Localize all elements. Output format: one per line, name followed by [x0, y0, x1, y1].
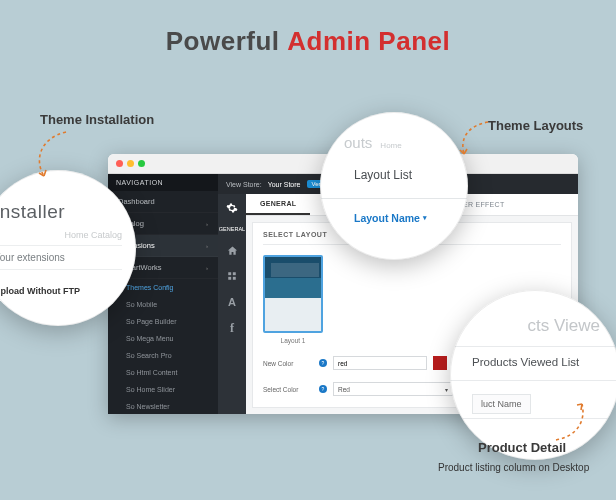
headline-accent: Admin Panel [287, 26, 450, 56]
nav-sub-so-mobile[interactable]: So Mobile [108, 296, 218, 313]
lens-install-faint: Home Catalog [64, 230, 122, 240]
svg-rect-0 [228, 272, 231, 275]
layout-thumbnail-label: Layout 1 [263, 337, 323, 344]
lens-layouts-crumb: outsHome [344, 134, 402, 151]
layout-thumbnail[interactable] [263, 255, 323, 333]
svg-rect-2 [228, 277, 231, 280]
nav-sub-so-html-content[interactable]: So Html Content [108, 364, 218, 381]
lens-layouts-link[interactable]: Layout Name▾ [354, 212, 427, 224]
font-icon[interactable]: A [224, 294, 240, 310]
help-icon[interactable]: ? [319, 359, 327, 367]
lens-product-detail: cts Viewe Products Viewed List luct Name [450, 290, 616, 460]
select-color-dropdown[interactable]: Red ▾ [333, 382, 453, 396]
facebook-icon[interactable]: f [224, 320, 240, 336]
callout-detail-title: Product Detail [478, 440, 566, 455]
lens-install-row3: Upload Without FTP [0, 286, 122, 296]
minimize-dot[interactable] [127, 160, 134, 167]
new-color-input[interactable] [333, 356, 427, 370]
callout-layouts: Theme Layouts [488, 118, 583, 133]
new-color-label: New Color [263, 360, 313, 367]
lens-install-title: Installer [0, 201, 122, 223]
nav-sub-so-search-pro[interactable]: So Search Pro [108, 347, 218, 364]
close-dot[interactable] [116, 160, 123, 167]
home-icon[interactable] [224, 242, 240, 258]
nav-item-label: Dashboard [118, 197, 155, 206]
color-swatch[interactable] [433, 356, 447, 370]
lens-theme-layouts: outsHome Layout List Layout Name▾ [320, 112, 468, 260]
gear-icon[interactable] [224, 200, 240, 216]
nav-sub-so-page-builder[interactable]: So Page Builder [108, 313, 218, 330]
store-name[interactable]: Your Store [268, 181, 301, 188]
lens-layouts-title: Layout List [354, 168, 412, 182]
lens-install-row2: Your extensions [0, 245, 122, 270]
chevron-down-icon: ▾ [423, 214, 427, 222]
maximize-dot[interactable] [138, 160, 145, 167]
help-icon[interactable]: ? [319, 385, 327, 393]
chevron-right-icon: › [206, 221, 208, 227]
vertical-iconbar: GENERAL A f [218, 194, 246, 414]
chevron-right-icon: › [206, 243, 208, 249]
svg-rect-3 [233, 277, 236, 280]
nav-header: NAVIGATION [108, 174, 218, 191]
svg-rect-1 [233, 272, 236, 275]
nav-sub-so-home-slider[interactable]: So Home Slider [108, 381, 218, 398]
callout-detail-sub: Product listing column on Desktop [438, 462, 589, 473]
grid-icon[interactable] [224, 268, 240, 284]
lens-detail-faint: cts Viewe [528, 316, 600, 336]
lens-detail-title: Products Viewed List [472, 356, 579, 368]
lens-detail-column: luct Name [472, 394, 531, 414]
iconbar-active-label: GENERAL [219, 226, 245, 232]
callout-install: Theme Installation [40, 112, 154, 127]
tab-general[interactable]: GENERAL [246, 194, 310, 215]
nav-sub-so-mega-menu[interactable]: So Mega Menu [108, 330, 218, 347]
chevron-down-icon: ▾ [445, 386, 448, 393]
view-store-label: View Store: [226, 181, 262, 188]
page-headline: Powerful Admin Panel [0, 0, 616, 57]
select-color-value: Red [338, 386, 350, 393]
headline-plain: Powerful [166, 26, 288, 56]
nav-sub-so-newsletter[interactable]: So Newsletter [108, 398, 218, 414]
chevron-right-icon: › [206, 265, 208, 271]
select-color-label: Select Color [263, 386, 313, 393]
